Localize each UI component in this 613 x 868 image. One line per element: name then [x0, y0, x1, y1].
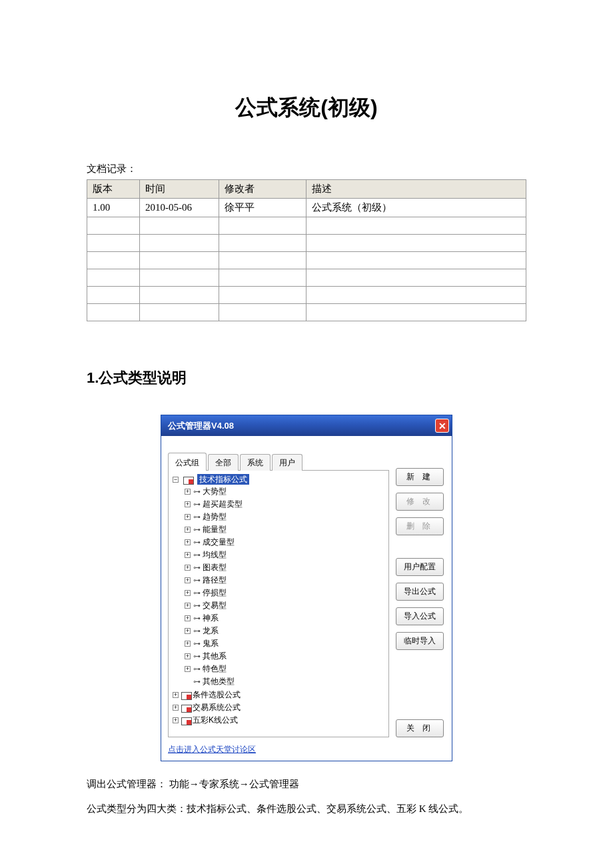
tree-item[interactable]: +⊶成交量型	[185, 536, 386, 549]
tree-item-label: 龙系	[203, 626, 219, 635]
table-row	[87, 304, 526, 321]
table-cell	[306, 235, 526, 252]
table-cell: 1.00	[87, 199, 140, 217]
tree-toggle[interactable]: +	[185, 565, 191, 571]
tree-toggle[interactable]: +	[185, 539, 191, 545]
export-button[interactable]: 导出公式	[396, 583, 444, 601]
forum-link[interactable]: 点击进入公式天堂讨论区	[168, 745, 256, 754]
tree-item[interactable]: +⊶鬼系	[185, 637, 386, 650]
tree-item[interactable]: +⊶图表型	[185, 561, 386, 574]
tree-item[interactable]: +交易系统公式	[173, 701, 386, 714]
tree-item[interactable]: +⊶均线型	[185, 549, 386, 561]
tree-toggle[interactable]: +	[185, 590, 191, 596]
key-icon: ⊶	[193, 589, 201, 597]
tree-item[interactable]: +⊶趋势型	[185, 511, 386, 523]
formula-tree[interactable]: − 技术指标公式 +⊶大势型+⊶超买超卖型+⊶趋势型+⊶能量型+⊶成交量型+⊶均…	[168, 471, 389, 737]
table-cell	[140, 217, 219, 235]
table-cell	[219, 235, 306, 252]
paragraph-types: 公式类型分为四大类：技术指标公式、条件选股公式、交易系统公式、五彩 K 线公式。	[87, 800, 526, 818]
tree-item[interactable]: +⊶其他系	[185, 650, 386, 663]
key-icon: ⊶	[193, 525, 201, 534]
tree-item[interactable]: +⊶能量型	[185, 523, 386, 536]
tree-toggle[interactable]: +	[185, 628, 191, 634]
folder-icon	[181, 717, 191, 724]
table-cell	[306, 269, 526, 287]
close-icon[interactable]: ✕	[435, 419, 449, 433]
key-icon: ⊶	[193, 538, 201, 547]
close-button[interactable]: 关 闭	[396, 719, 444, 737]
tree-toggle[interactable]: +	[185, 653, 191, 659]
tree-item[interactable]: +⊶大势型	[185, 485, 386, 498]
new-button[interactable]: 新 建	[396, 468, 444, 486]
table-row	[87, 252, 526, 269]
tree-toggle[interactable]: +	[173, 705, 179, 711]
record-table: 版本 时间 修改者 描述 1.002010-05-06徐平平公式系统（初级）	[87, 179, 526, 321]
tree-toggle[interactable]: +	[173, 717, 179, 723]
tree-item[interactable]: ⊶其他类型	[185, 675, 386, 688]
dialog-title: 公式管理器V4.08	[168, 420, 234, 432]
tree-item-label: 停损型	[203, 588, 227, 597]
tree-item[interactable]: +⊶龙系	[185, 625, 386, 637]
tree-toggle[interactable]: +	[185, 514, 191, 520]
tree-item-label: 交易系统公式	[193, 703, 241, 712]
tree-item[interactable]: +⊶神系	[185, 612, 386, 625]
tree-toggle[interactable]: +	[185, 501, 191, 507]
tree-item[interactable]: +五彩K线公式	[173, 714, 386, 727]
table-cell	[87, 287, 140, 304]
tree-root-label[interactable]: 技术指标公式	[197, 474, 249, 485]
tab-all[interactable]: 全部	[208, 454, 239, 471]
tree-item-label: 其他类型	[203, 677, 235, 686]
tree-item[interactable]: +⊶停损型	[185, 587, 386, 599]
paragraph-menu-path: 调出公式管理器： 功能→专家系统→公式管理器	[87, 775, 526, 793]
tree-item[interactable]: +⊶特色型	[185, 663, 386, 675]
tree-toggle[interactable]: −	[173, 477, 179, 483]
tree-item[interactable]: +⊶路径型	[185, 574, 386, 587]
table-row: 1.002010-05-06徐平平公式系统（初级）	[87, 199, 526, 217]
tab-group[interactable]: 公式组	[168, 453, 207, 471]
tree-toggle[interactable]: +	[185, 603, 191, 609]
tree-toggle[interactable]: +	[185, 666, 191, 672]
tree-toggle[interactable]: +	[185, 552, 191, 558]
folder-icon	[181, 691, 191, 699]
table-cell	[219, 217, 306, 235]
tree-item[interactable]: +⊶超买超卖型	[185, 498, 386, 511]
edit-button[interactable]: 修 改	[396, 493, 444, 511]
table-cell	[306, 304, 526, 321]
table-cell	[87, 252, 140, 269]
delete-button[interactable]: 删 除	[396, 517, 444, 535]
tree-toggle[interactable]: +	[185, 641, 191, 647]
tree-item[interactable]: +⊶交易型	[185, 599, 386, 612]
th-author: 修改者	[219, 180, 306, 199]
import-button[interactable]: 导入公式	[396, 607, 444, 625]
tree-toggle[interactable]: +	[185, 489, 191, 495]
key-icon: ⊶	[193, 677, 201, 686]
key-icon: ⊶	[193, 639, 201, 648]
tree-item-label: 超买超卖型	[203, 499, 243, 509]
tree-item-label: 均线型	[203, 550, 227, 559]
table-cell	[219, 252, 306, 269]
key-icon: ⊶	[193, 601, 201, 610]
tree-item-label: 神系	[203, 613, 219, 623]
tree-toggle[interactable]: +	[173, 692, 179, 698]
tree-item-label: 能量型	[203, 525, 227, 534]
tree-item-label: 五彩K线公式	[193, 715, 238, 725]
table-cell	[140, 235, 219, 252]
tree-item[interactable]: +条件选股公式	[173, 689, 386, 701]
key-icon: ⊶	[193, 500, 201, 509]
temp-import-button[interactable]: 临时导入	[396, 632, 444, 650]
formula-manager-dialog: 公式管理器V4.08 ✕ 公式组 全部 系统 用户 − 技术指标公式	[161, 415, 452, 761]
key-icon: ⊶	[193, 576, 201, 585]
tab-user[interactable]: 用户	[272, 454, 303, 471]
table-cell	[219, 269, 306, 287]
tree-item-label: 成交量型	[203, 537, 235, 547]
key-icon: ⊶	[193, 627, 201, 635]
tree-toggle[interactable]: +	[185, 615, 191, 621]
user-config-button[interactable]: 用户配置	[396, 558, 444, 576]
table-cell	[87, 304, 140, 321]
tree-toggle[interactable]: +	[185, 527, 191, 533]
tab-system[interactable]: 系统	[240, 454, 271, 471]
table-cell	[87, 217, 140, 235]
table-cell	[140, 252, 219, 269]
tree-toggle[interactable]: +	[185, 577, 191, 583]
arrow-icon: →	[189, 778, 199, 789]
